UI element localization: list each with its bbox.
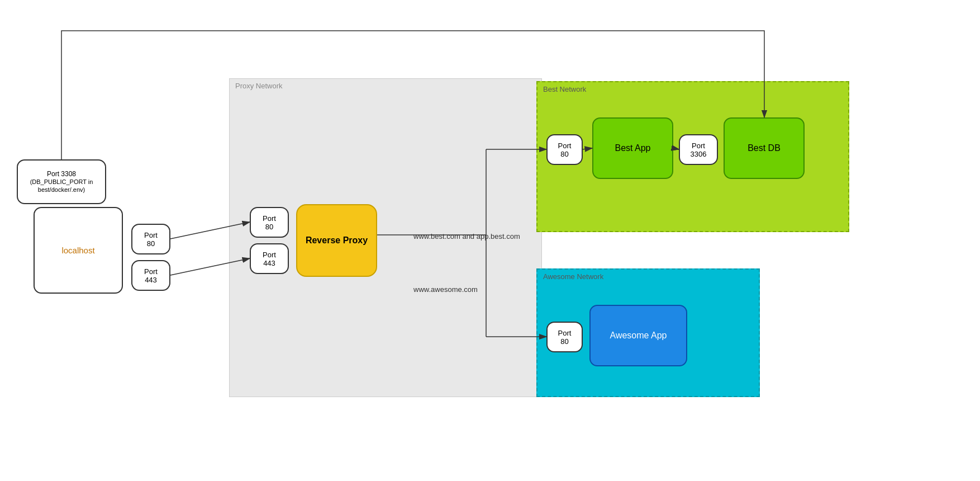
- port-80-left-box: Port80: [131, 224, 170, 254]
- awesome-app-label: Awesome App: [610, 331, 667, 341]
- best-app-box: Best App: [592, 117, 673, 179]
- best-db-label: Best DB: [748, 143, 781, 153]
- port-443-proxy-box: Port443: [250, 243, 289, 274]
- port-3306-label: Port3306: [691, 142, 707, 158]
- port-443-left-label: Port443: [144, 267, 158, 284]
- awesome-route-label: www.awesome.com: [413, 285, 478, 294]
- port-443-left-box: Port443: [131, 260, 170, 291]
- best-db-box: Best DB: [724, 117, 805, 179]
- proxy-network-label: Proxy Network: [235, 82, 283, 90]
- best-route-label: www.best.com and app.best.com: [413, 232, 520, 240]
- port-3308-box: Port 3308(DB_PUBLIC_PORT inbest/docker/.…: [17, 159, 106, 204]
- port-80-awesome-label: Port80: [558, 329, 572, 346]
- port-80-awesome-box: Port80: [546, 322, 583, 352]
- localhost-label: localhost: [61, 246, 94, 255]
- port-3306-box: Port3306: [679, 134, 718, 165]
- diagram-container: Proxy Network Best Network Awesome Netwo…: [0, 0, 980, 481]
- localhost-box: localhost: [34, 207, 123, 294]
- reverse-proxy-box: Reverse Proxy: [296, 204, 377, 277]
- awesome-network-label: Awesome Network: [543, 272, 603, 281]
- port-80-best-label: Port80: [558, 142, 572, 158]
- port-3308-label: Port 3308(DB_PUBLIC_PORT inbest/docker/.…: [28, 168, 96, 196]
- awesome-app-box: Awesome App: [589, 305, 687, 366]
- best-app-label: Best App: [615, 143, 650, 153]
- port-80-proxy-label: Port80: [263, 214, 276, 231]
- port-80-proxy-box: Port80: [250, 207, 289, 238]
- reverse-proxy-label: Reverse Proxy: [306, 235, 368, 246]
- port-443-proxy-label: Port443: [263, 251, 276, 267]
- port-80-left-label: Port80: [144, 231, 158, 248]
- port-80-best-box: Port80: [546, 134, 583, 165]
- best-network-label: Best Network: [543, 85, 586, 93]
